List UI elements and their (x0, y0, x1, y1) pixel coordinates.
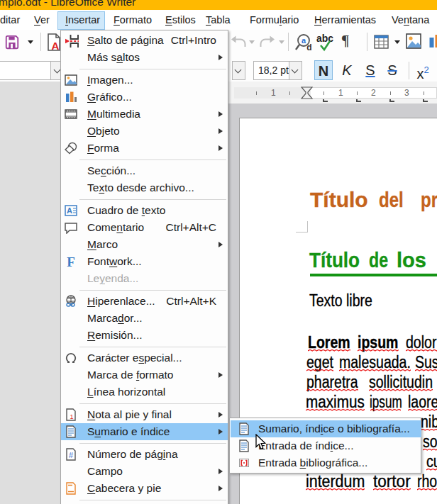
svg-text:1: 1 (70, 413, 73, 420)
svg-text:#: # (69, 451, 74, 459)
svg-text:A: A (67, 206, 72, 215)
svg-text:A: A (52, 40, 60, 52)
svg-text:abc: abc (316, 33, 333, 44)
svg-text:d: d (306, 43, 311, 52)
svg-text:a: a (302, 36, 306, 45)
svg-text:F: F (67, 255, 75, 268)
